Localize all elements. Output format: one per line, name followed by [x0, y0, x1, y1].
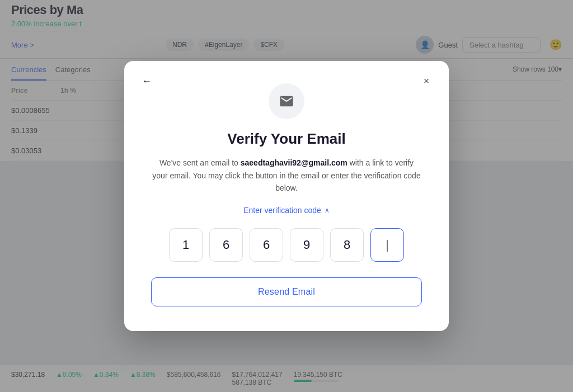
modal-title: Verify Your Email — [151, 130, 422, 148]
code-input-1[interactable] — [209, 228, 243, 262]
modal-overlay: ← × Verify Your Email We've sent an emai… — [0, 0, 573, 392]
code-inputs-container — [151, 228, 422, 262]
resend-email-button[interactable]: Resend Email — [151, 277, 422, 306]
modal-description: We've sent an email to saeedtaghavii92@g… — [151, 157, 422, 194]
modal-email: saeedtaghavii92@gmail.com — [241, 158, 347, 167]
modal-verify-link[interactable]: Enter verification code ∧ — [151, 206, 422, 215]
code-input-2[interactable] — [250, 228, 283, 262]
code-input-3[interactable] — [290, 228, 323, 262]
code-input-5[interactable] — [370, 228, 404, 262]
verify-email-modal: ← × Verify Your Email We've sent an emai… — [124, 61, 449, 330]
modal-desc-before: We've sent an email to — [159, 158, 241, 167]
email-icon — [279, 93, 294, 109]
code-input-0[interactable] — [169, 228, 203, 262]
code-input-4[interactable] — [330, 228, 364, 262]
modal-verify-link-label: Enter verification code — [243, 206, 321, 215]
chevron-up-icon: ∧ — [325, 206, 330, 214]
email-icon-circle — [269, 83, 304, 119]
modal-back-button[interactable]: ← — [138, 72, 156, 90]
modal-icon-wrap — [151, 83, 422, 119]
modal-close-button[interactable]: × — [417, 72, 435, 90]
